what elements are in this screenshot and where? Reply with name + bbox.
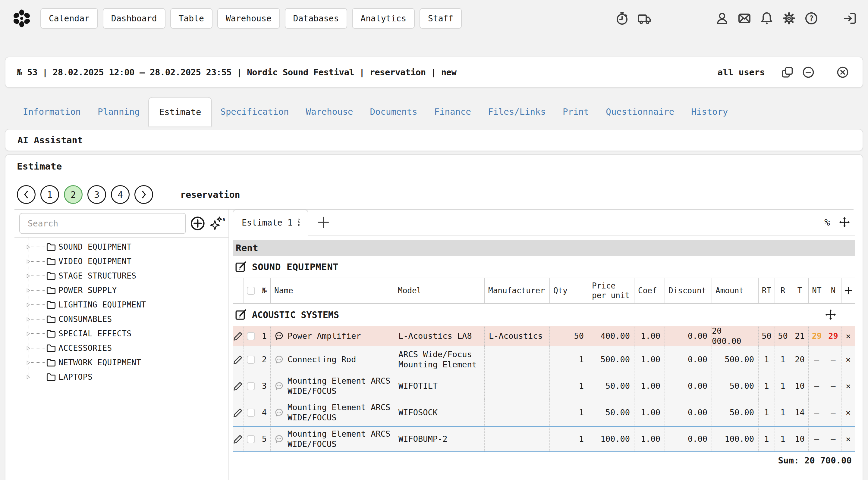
tab-finance[interactable]: Finance [426,97,479,127]
expand-triangle-icon[interactable] [27,288,30,293]
edit-group-icon[interactable] [235,261,247,273]
pager-next-button[interactable] [134,185,153,204]
row-checkbox[interactable] [247,382,255,390]
ai-assistant-bar[interactable]: AI Assistant [5,129,863,151]
row-number: 3 [258,373,270,399]
folder-stage-structures[interactable]: STAGE STRUCTURES [14,269,228,283]
tab-files-links[interactable]: Files/Links [479,97,554,127]
nav-staff-button[interactable]: Staff [420,8,462,29]
delete-row-button[interactable]: ✕ [841,399,855,426]
folder-consumables[interactable]: CONSUMABLES [14,312,228,327]
comment-icon[interactable] [274,355,284,364]
edit-row-icon[interactable] [233,381,243,391]
event-header-card: № 53 | 28.02.2025 12:00 — 28.02.2025 23:… [5,57,863,88]
row-checkbox[interactable] [247,332,255,340]
tab-documents[interactable]: Documents [362,97,426,127]
folder-power-supply[interactable]: POWER SUPPLY [14,283,228,298]
add-circle-icon[interactable] [190,215,206,232]
delete-row-button[interactable]: ✕ [841,373,855,399]
tab-estimate[interactable]: Estimate [148,97,212,127]
pager-page-4[interactable]: 4 [111,185,130,204]
help-icon[interactable]: ? [804,11,818,26]
pager-prev-button[interactable] [17,185,36,204]
comment-icon[interactable] [274,381,284,391]
expand-triangle-icon[interactable] [27,245,30,249]
pager-page-3[interactable]: 3 [87,185,106,204]
tab-history[interactable]: History [683,97,736,127]
close-circle-icon[interactable] [836,66,849,79]
expand-triangle-icon[interactable] [27,259,30,264]
pager-page-2-active[interactable]: 2 [64,185,83,204]
tab-information[interactable]: Information [14,97,89,127]
comment-icon[interactable] [274,331,284,341]
add-sheet-tab-icon[interactable] [317,216,330,229]
folder-video-equipment[interactable]: VIDEO EQUIPMENT [14,254,228,269]
tab-questionnaire[interactable]: Questionnaire [597,97,683,127]
expand-triangle-icon[interactable] [27,317,30,321]
nav-dashboard-button[interactable]: Dashboard [103,8,165,29]
select-all-checkbox[interactable] [247,287,255,295]
row-checkbox[interactable] [247,409,255,417]
edit-row-icon[interactable] [233,407,243,418]
folder-lighting-equipment[interactable]: LIGHTING EQUIPMENT [14,298,228,312]
pager-page-1[interactable]: 1 [40,185,59,204]
nav-table-button[interactable]: Table [170,8,213,29]
folder-sound-equipment[interactable]: SOUND EQUIPMENT [14,240,228,254]
edit-subgroup-icon[interactable] [235,308,247,321]
edit-row-icon[interactable] [233,354,243,365]
folder-accessories[interactable]: ACCESSORIES [14,341,228,355]
expand-triangle-icon[interactable] [27,274,30,278]
nav-databases-button[interactable]: Databases [285,8,347,29]
tab-print[interactable]: Print [554,97,597,127]
item-rt: 1 [758,346,775,373]
minus-circle-icon[interactable] [802,66,815,79]
edit-row-icon[interactable] [233,434,243,444]
copy-icon[interactable] [781,66,794,79]
folder-network-equipment[interactable]: NETWORK EQUIPMENT [14,355,228,370]
tab-planning[interactable]: Planning [89,97,148,127]
folder-laptops[interactable]: LAPTOPS [14,370,228,384]
nav-analytics-button[interactable]: Analytics [352,8,415,29]
edit-row-icon[interactable] [233,331,243,341]
item-n: – [825,399,841,426]
comment-icon[interactable] [274,434,284,444]
delete-row-button[interactable]: ✕ [841,346,855,373]
estimate-card: Estimate 1 2 3 4 reservation [5,154,863,480]
tab-warehouse[interactable]: Warehouse [297,97,361,127]
logout-icon[interactable] [843,11,857,26]
move-subgroup-icon[interactable] [825,309,836,320]
tab-specification[interactable]: Specification [212,97,297,127]
folder-special-effects[interactable]: SPECIAL EFFECTS [14,327,228,341]
row-checkbox[interactable] [247,356,255,364]
stopwatch-icon[interactable] [615,11,629,26]
app-logo-icon[interactable] [11,7,33,29]
expand-triangle-icon[interactable] [27,346,30,350]
section-bar-rent: Rent [233,240,855,256]
catalog-search-input[interactable] [19,213,186,234]
mail-icon[interactable] [737,11,752,26]
gear-icon[interactable] [782,11,796,26]
expand-triangle-icon[interactable] [27,375,30,379]
estimate-title: Estimate [14,160,854,173]
truck-icon[interactable] [637,11,652,26]
move-columns-icon[interactable] [844,287,852,295]
kebab-menu-icon[interactable] [297,218,301,227]
nav-calendar-button[interactable]: Calendar [40,8,98,29]
delete-row-button[interactable]: ✕ [841,326,855,346]
delete-row-button[interactable]: ✕ [841,427,855,451]
expand-triangle-icon[interactable] [27,303,30,307]
percent-tool-button[interactable]: % [824,217,830,228]
user-icon[interactable] [715,11,730,26]
nav-warehouse-button[interactable]: Warehouse [217,8,280,29]
bell-icon[interactable] [760,11,774,26]
expand-triangle-icon[interactable] [27,332,30,336]
table-row: 5 Mounting Element ARCS WIDE/FOCUS WIFOB… [233,426,855,452]
sheet-tab-estimate-1[interactable]: Estimate 1 [233,210,308,236]
move-tool-icon[interactable] [839,217,850,228]
row-checkbox[interactable] [247,435,255,443]
item-name: Mounting Element ARCS WIDE/FOCUS [287,376,391,396]
comment-icon[interactable] [274,408,284,417]
ai-sparkles-icon[interactable]: AI [209,215,225,232]
item-qty: 1 [550,427,588,451]
expand-triangle-icon[interactable] [27,361,30,365]
